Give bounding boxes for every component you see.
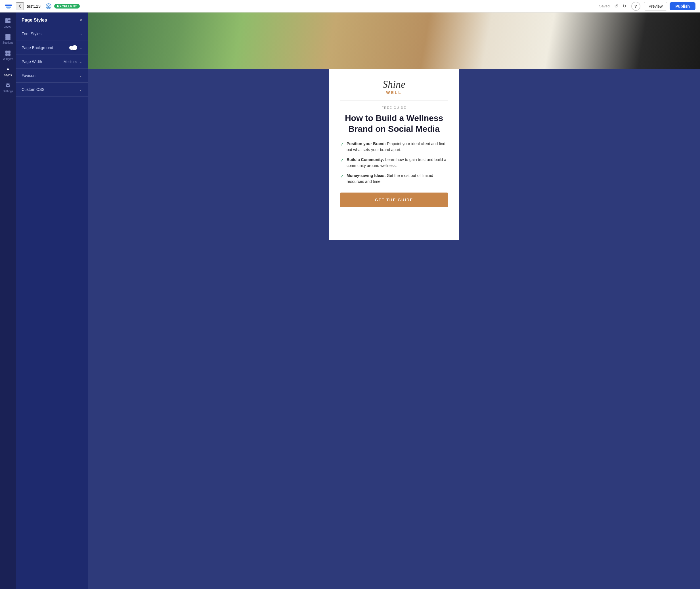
panel-close-button[interactable]: × [79, 18, 82, 23]
font-styles-chevron: ⌄ [79, 31, 82, 36]
svg-rect-14 [5, 53, 8, 56]
preview-button[interactable]: Preview [644, 2, 668, 10]
page-background-right: ⌄ [69, 45, 82, 50]
landing-checklist: ✓ Position your Brand: Pinpoint your ide… [340, 141, 448, 185]
svg-rect-15 [8, 53, 10, 56]
svg-rect-6 [5, 18, 8, 23]
page-background-chevron: ⌄ [79, 45, 82, 50]
landing-divider [340, 101, 448, 101]
publish-button[interactable]: Publish [670, 2, 695, 10]
check-icon-1: ✓ [340, 141, 344, 148]
logo-wrap: Shine WELL [340, 78, 448, 95]
sidebar-item-layout[interactable]: Layout [0, 15, 16, 31]
landing-card: Shine WELL FREE GUIDE How to Build a Wel… [329, 69, 459, 240]
saved-status: Saved [599, 4, 610, 8]
page-background-toggle[interactable] [69, 46, 77, 50]
custom-css-chevron: ⌄ [79, 87, 82, 92]
favicon-chevron: ⌄ [79, 73, 82, 78]
font-styles-label: Font Styles [22, 31, 41, 36]
page-background-row[interactable]: Page Background ⌄ [16, 41, 88, 54]
panel-section-page-width: Page Width Medium ⌄ [16, 55, 88, 69]
custom-css-right: ⌄ [79, 87, 82, 92]
svg-rect-10 [5, 36, 10, 38]
landing-headline: How to Build a Wellness Brand on Social … [340, 113, 448, 134]
page-width-right: Medium ⌄ [64, 59, 82, 64]
checklist-item-1: ✓ Position your Brand: Pinpoint your ide… [340, 141, 448, 153]
svg-rect-9 [5, 34, 10, 36]
cta-button[interactable]: GET THE GUIDE [340, 193, 448, 207]
sidebar-item-styles[interactable]: Styles [0, 63, 16, 79]
svg-rect-2 [7, 8, 10, 9]
hero-image-inner [88, 12, 700, 69]
sidebar-item-widgets[interactable]: Widgets [0, 47, 16, 63]
panel-section-custom-css: Custom CSS ⌄ [16, 83, 88, 96]
custom-css-label: Custom CSS [22, 87, 45, 92]
logo-script: Shine [340, 78, 448, 90]
undo-button[interactable]: ↺ [613, 2, 620, 10]
svg-point-5 [48, 6, 49, 7]
page-background-label: Page Background [22, 45, 53, 50]
logo-well: WELL [340, 90, 448, 95]
sidebar-item-sections[interactable]: Sections [0, 31, 16, 47]
svg-rect-13 [8, 50, 10, 53]
page-width-row[interactable]: Page Width Medium ⌄ [16, 55, 88, 68]
font-styles-row[interactable]: Font Styles ⌄ [16, 27, 88, 41]
page-width-chevron: ⌄ [79, 59, 82, 64]
checklist-text-2: Build a Community: Learn how to gain tru… [347, 157, 448, 169]
svg-rect-11 [5, 38, 10, 40]
app-logo [5, 2, 12, 10]
quality-badge: EXCELLENT [54, 4, 80, 9]
topbar: test123 EXCELLENT Saved ↺ ↻ ? Preview Pu… [0, 0, 700, 12]
main-layout: Layout Sections Widgets Styles Settings … [0, 12, 700, 589]
custom-css-row[interactable]: Custom CSS ⌄ [16, 83, 88, 96]
landing-subtitle: FREE GUIDE [340, 106, 448, 109]
undo-redo-group: ↺ ↻ [613, 2, 628, 10]
panel-header: Page Styles × [16, 12, 88, 27]
svg-rect-8 [8, 21, 10, 23]
checklist-item-2: ✓ Build a Community: Learn how to gain t… [340, 157, 448, 169]
checklist-item-3: ✓ Money-saving Ideas: Get the most out o… [340, 173, 448, 185]
favicon-row[interactable]: Favicon ⌄ [16, 69, 88, 82]
panel-section-page-background: Page Background ⌄ [16, 41, 88, 55]
svg-rect-0 [5, 5, 12, 6]
check-icon-3: ✓ [340, 173, 344, 180]
page-width-value: Medium [64, 60, 77, 64]
styles-panel: Page Styles × Font Styles ⌄ Page Backgro… [16, 12, 88, 589]
check-icon-2: ✓ [340, 157, 344, 164]
panel-title: Page Styles [22, 18, 47, 23]
redo-button[interactable]: ↻ [621, 2, 628, 10]
page-title: test123 [27, 4, 41, 9]
svg-rect-12 [5, 50, 8, 53]
svg-rect-1 [6, 7, 11, 8]
page-preview: Shine WELL FREE GUIDE How to Build a Wel… [88, 12, 700, 240]
help-button[interactable]: ? [631, 2, 640, 11]
page-width-label: Page Width [22, 59, 42, 64]
content-area: Shine WELL FREE GUIDE How to Build a Wel… [88, 12, 700, 589]
favicon-right: ⌄ [79, 73, 82, 78]
icon-sidebar: Layout Sections Widgets Styles Settings [0, 12, 16, 589]
panel-section-favicon: Favicon ⌄ [16, 69, 88, 83]
svg-point-16 [7, 68, 9, 70]
sidebar-item-settings[interactable]: Settings [0, 79, 16, 96]
hero-image [88, 12, 700, 69]
checklist-text-1: Position your Brand: Pinpoint your ideal… [347, 141, 448, 153]
svg-rect-7 [8, 18, 10, 20]
quality-badge-wrap: EXCELLENT [45, 3, 80, 10]
back-button[interactable] [16, 2, 24, 10]
panel-section-font-styles: Font Styles ⌄ [16, 27, 88, 41]
checklist-text-3: Money-saving Ideas: Get the most out of … [347, 173, 448, 185]
font-styles-right: ⌄ [79, 31, 82, 36]
favicon-label: Favicon [22, 73, 35, 78]
